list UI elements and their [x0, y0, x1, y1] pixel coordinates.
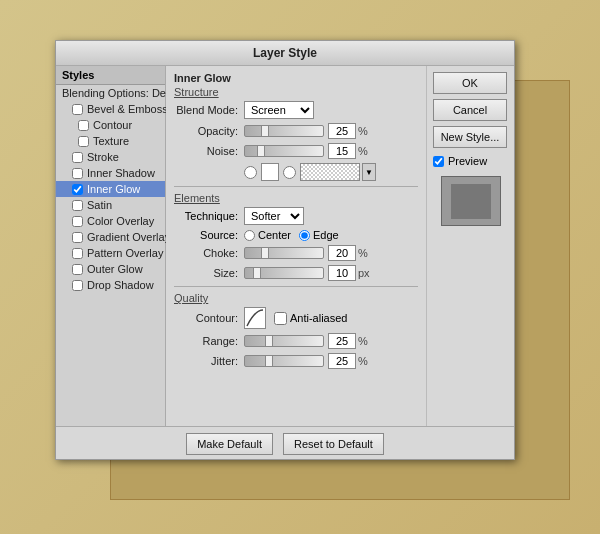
gradient-arrow-btn[interactable]: ▼ [362, 163, 376, 181]
dialog-title: Layer Style [253, 46, 317, 60]
size-unit: px [358, 267, 370, 279]
source-center-label[interactable]: Center [244, 229, 291, 241]
style-item-contour[interactable]: Contour [56, 117, 165, 133]
choke-label: Choke: [174, 247, 244, 259]
range-slider[interactable] [244, 335, 324, 347]
style-item-color-overlay[interactable]: Color Overlay [56, 213, 165, 229]
style-item-gradient-overlay[interactable]: Gradient Overlay [56, 229, 165, 245]
style-gradient-overlay-checkbox[interactable] [72, 232, 83, 243]
section-title-inner-glow: Inner Glow [174, 72, 418, 84]
main-content: Inner Glow Structure Blend Mode: Screen … [166, 66, 426, 426]
opacity-row: Opacity: % [174, 123, 418, 139]
style-item-stroke[interactable]: Stroke [56, 149, 165, 165]
contour-preview-box[interactable] [244, 307, 266, 329]
color-radio[interactable] [244, 166, 257, 179]
opacity-unit: % [358, 125, 368, 137]
range-slider-thumb[interactable] [265, 335, 273, 347]
source-center-radio[interactable] [244, 230, 255, 241]
opacity-slider-thumb[interactable] [261, 125, 269, 137]
reset-to-default-button[interactable]: Reset to Default [283, 433, 384, 455]
contour-row: Contour: Anti-aliased [174, 307, 418, 329]
style-contour-label: Contour [93, 119, 132, 131]
noise-slider[interactable] [244, 145, 324, 157]
divider-quality [174, 286, 418, 287]
size-slider[interactable] [244, 267, 324, 279]
canvas-background: Layer Style Styles Blending Options: Def… [0, 0, 600, 534]
style-satin-checkbox[interactable] [72, 200, 83, 211]
size-value-input[interactable] [328, 265, 356, 281]
color-swatch-white[interactable] [261, 163, 279, 181]
style-item-inner-glow[interactable]: Inner Glow [56, 181, 165, 197]
jitter-slider-container: % [244, 353, 418, 369]
source-edge-radio[interactable] [299, 230, 310, 241]
color-row: ▼ [174, 163, 418, 181]
new-style-button[interactable]: New Style... [433, 126, 507, 148]
choke-value-input[interactable] [328, 245, 356, 261]
jitter-row: Jitter: % [174, 353, 418, 369]
style-contour-checkbox[interactable] [78, 120, 89, 131]
noise-value-input[interactable] [328, 143, 356, 159]
range-label: Range: [174, 335, 244, 347]
style-inner-glow-checkbox[interactable] [72, 184, 83, 195]
choke-slider[interactable] [244, 247, 324, 259]
styles-panel: Styles Blending Options: Default Bevel &… [56, 66, 166, 426]
divider-elements [174, 186, 418, 187]
style-drop-shadow-label: Drop Shadow [87, 279, 154, 291]
opacity-value-input[interactable] [328, 123, 356, 139]
style-pattern-overlay-checkbox[interactable] [72, 248, 83, 259]
range-slider-container: % [244, 333, 418, 349]
style-item-drop-shadow[interactable]: Drop Shadow [56, 277, 165, 293]
anti-aliased-label: Anti-aliased [290, 312, 347, 324]
size-row: Size: px [174, 265, 418, 281]
styles-panel-header: Styles [56, 66, 165, 85]
preview-box [441, 176, 501, 226]
style-inner-shadow-checkbox[interactable] [72, 168, 83, 179]
technique-dropdown[interactable]: Softer [244, 207, 304, 225]
jitter-value-input[interactable] [328, 353, 356, 369]
style-gradient-overlay-label: Gradient Overlay [87, 231, 170, 243]
style-item-blending[interactable]: Blending Options: Default [56, 85, 165, 101]
style-color-overlay-checkbox[interactable] [72, 216, 83, 227]
gradient-radio[interactable] [283, 166, 296, 179]
jitter-slider-thumb[interactable] [265, 355, 273, 367]
make-default-button[interactable]: Make Default [186, 433, 273, 455]
blend-mode-dropdown[interactable]: Screen [244, 101, 314, 119]
style-item-texture[interactable]: Texture [56, 133, 165, 149]
contour-curve-svg [245, 308, 265, 328]
style-bevel-checkbox[interactable] [72, 104, 83, 115]
style-item-pattern-overlay[interactable]: Pattern Overlay [56, 245, 165, 261]
style-drop-shadow-checkbox[interactable] [72, 280, 83, 291]
range-row: Range: % [174, 333, 418, 349]
color-swatch-gradient[interactable] [300, 163, 360, 181]
style-item-bevel[interactable]: Bevel & Emboss [56, 101, 165, 117]
style-texture-checkbox[interactable] [78, 136, 89, 147]
style-outer-glow-checkbox[interactable] [72, 264, 83, 275]
preview-label: Preview [448, 155, 487, 167]
source-edge-label[interactable]: Edge [299, 229, 339, 241]
style-item-outer-glow[interactable]: Outer Glow [56, 261, 165, 277]
noise-slider-container: % [244, 143, 418, 159]
choke-slider-container: % [244, 245, 418, 261]
opacity-slider[interactable] [244, 125, 324, 137]
style-bevel-label: Bevel & Emboss [87, 103, 168, 115]
quality-title: Quality [174, 292, 418, 304]
jitter-slider[interactable] [244, 355, 324, 367]
range-value-input[interactable] [328, 333, 356, 349]
noise-slider-thumb[interactable] [257, 145, 265, 157]
jitter-label: Jitter: [174, 355, 244, 367]
preview-checkbox[interactable] [433, 156, 444, 167]
technique-label: Technique: [174, 210, 244, 222]
style-item-inner-shadow[interactable]: Inner Shadow [56, 165, 165, 181]
anti-aliased-checkbox[interactable] [274, 312, 287, 325]
style-item-satin[interactable]: Satin [56, 197, 165, 213]
cancel-button[interactable]: Cancel [433, 99, 507, 121]
style-stroke-checkbox[interactable] [72, 152, 83, 163]
ok-button[interactable]: OK [433, 72, 507, 94]
choke-slider-thumb[interactable] [261, 247, 269, 259]
noise-unit: % [358, 145, 368, 157]
structure-title: Structure [174, 86, 418, 98]
style-satin-label: Satin [87, 199, 112, 211]
size-slider-thumb[interactable] [253, 267, 261, 279]
style-texture-label: Texture [93, 135, 129, 147]
source-label: Source: [174, 229, 244, 241]
